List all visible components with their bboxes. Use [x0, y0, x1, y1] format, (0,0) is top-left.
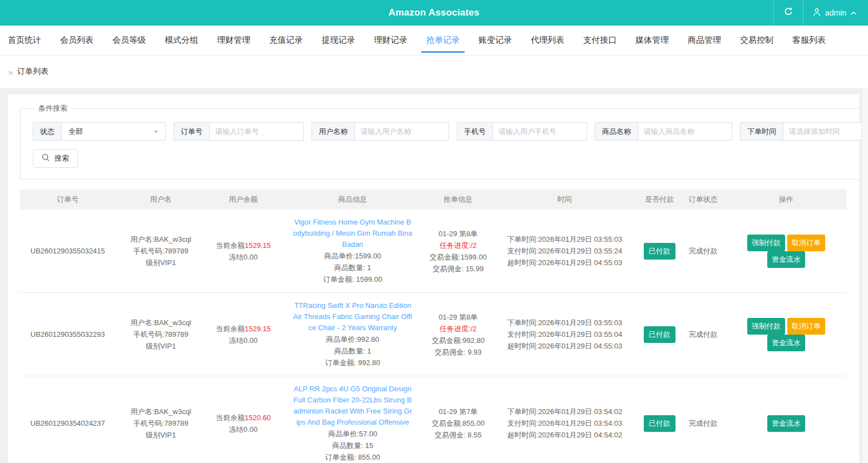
- nav-tab-5[interactable]: 理财管理: [217, 26, 250, 55]
- time-block: 下单时间:2026年01月29日 03:54:02支付时间:2026年01月29…: [507, 406, 623, 441]
- order-no-cell: UB2601290354024237: [20, 376, 115, 463]
- order-time-label: 下单时间: [740, 122, 783, 141]
- actions-cell: 强制付款取消订单资金流水: [726, 210, 847, 293]
- nav-tab-14[interactable]: 商品管理: [688, 26, 721, 55]
- nav-tab-1[interactable]: 首页统计: [8, 26, 41, 55]
- nav-tab-8[interactable]: 理财记录: [374, 26, 407, 55]
- nav-tab-2[interactable]: 会员列表: [60, 26, 93, 55]
- time-line: 支付时间:2026年01月29日 03:55:04: [507, 328, 623, 340]
- order-no-cell: UB2601290355032415: [20, 210, 115, 293]
- time-line: 支付时间:2026年01月29日 03:55:24: [507, 245, 623, 257]
- column-header: 时间: [491, 190, 638, 210]
- product-link[interactable]: TTRacing Swift X Pro Naruto Edition Air …: [293, 300, 413, 333]
- time-block: 下单时间:2026年01月29日 03:55:03支付时间:2026年01月29…: [507, 233, 623, 268]
- grab-info-cell: 01-29 第8单任务进度:/2交易金额:1599.00交易佣金: 15.99: [425, 210, 491, 293]
- actions-cell: 强制付款取消订单资金流水: [726, 293, 847, 376]
- order-time-filter: 下单时间: [740, 122, 868, 141]
- nav-tab-7[interactable]: 提现记录: [322, 26, 355, 55]
- time-line: 超时时间:2026年01月29日 04:55:03: [507, 340, 623, 352]
- status-selected-value: 全部: [68, 127, 83, 137]
- force-pay-button[interactable]: 强制付款: [747, 235, 785, 251]
- balance-value: 1529.15: [245, 241, 271, 250]
- nav-tab-11[interactable]: 代理列表: [531, 26, 564, 55]
- user-info-line: 级别VIP1: [117, 340, 204, 352]
- column-header: 用户余额: [206, 190, 280, 210]
- trade-amount-line: 交易金额:992.80: [427, 335, 489, 346]
- phone-filter: 手机号: [457, 122, 587, 141]
- grab-seq-line: 01-29 第8单: [427, 311, 489, 323]
- nav-tab-10[interactable]: 账变记录: [479, 26, 512, 55]
- order-status: 完成付款: [683, 328, 724, 340]
- trade-commission-line: 交易佣金: 9.93: [427, 346, 489, 358]
- search-button[interactable]: 搜索: [33, 149, 78, 168]
- paid-badge: 已付款: [644, 415, 675, 432]
- order-status-cell: 完成付款: [681, 210, 726, 293]
- user-info-line: 用户名:BAK_w3cql: [117, 233, 204, 245]
- time-line: 下单时间:2026年01月29日 03:55:03: [507, 233, 623, 245]
- actions-cell: 资金流水: [726, 376, 847, 463]
- nav-tab-12[interactable]: 支付接口: [583, 26, 617, 55]
- breadcrumb: » 订单列表: [0, 56, 868, 88]
- user-info-line: 用户名:BAK_w3cql: [117, 317, 204, 328]
- phone-input[interactable]: [492, 122, 587, 141]
- nav-tab-3[interactable]: 会员等级: [112, 26, 146, 55]
- fund-flow-button[interactable]: 资金流水: [767, 415, 805, 432]
- balance-line: 当前余额1520.60: [209, 412, 278, 424]
- nav-tab-4[interactable]: 模式分组: [165, 26, 198, 55]
- user-info-line: 手机号码:789789: [117, 245, 204, 257]
- chevron-up-icon: [850, 8, 857, 17]
- order-amount-line: 订单金额: 992.80: [283, 357, 423, 369]
- user-info-line: 级别VIP1: [117, 429, 204, 441]
- paid-status-cell: 已付款: [638, 293, 681, 376]
- product-link[interactable]: ALP RR 2pcs 4U G5 Original Design Full C…: [293, 384, 413, 428]
- nav-tab-9[interactable]: 抢单记录: [426, 26, 460, 55]
- nav-tab-13[interactable]: 媒体管理: [635, 26, 669, 55]
- product-link[interactable]: Vigor Fitness Home Gym Machine Bodybuild…: [293, 217, 413, 250]
- status-select[interactable]: 全部 ▼: [61, 122, 166, 141]
- fund-flow-button[interactable]: 资金流水: [767, 251, 805, 268]
- username-input[interactable]: [354, 122, 449, 141]
- app-title: Amazon Associates: [0, 0, 868, 26]
- product-name-filter: 商品名称: [595, 122, 732, 141]
- paid-badge: 已付款: [644, 243, 675, 260]
- header-actions: admin: [773, 0, 868, 26]
- grab-info-cell: 01-29 第7单交易金额:855.00交易佣金: 8.55: [425, 376, 491, 463]
- order-time-input[interactable]: [783, 122, 868, 141]
- paid-status-cell: 已付款: [638, 376, 681, 463]
- order-no: UB2601290355032293: [22, 328, 113, 340]
- product-name-input[interactable]: [638, 122, 732, 141]
- trade-commission-line: 交易佣金: 8.55: [427, 429, 489, 441]
- time-line: 支付时间:2026年01月29日 03:54:03: [507, 417, 623, 429]
- chevron-down-icon: ▼: [152, 129, 159, 135]
- product-qty-line: 商品数量: 1: [283, 345, 423, 357]
- refresh-button[interactable]: [773, 0, 803, 26]
- cancel-order-button[interactable]: 取消订单: [787, 318, 825, 335]
- table-row: UB2601290354024237用户名:BAK_w3cql手机号码:7897…: [20, 376, 847, 463]
- order-no-filter: 订单号: [174, 122, 304, 141]
- frozen-line: 冻结0.00: [209, 424, 278, 435]
- balance-label: 当前余额: [216, 325, 245, 333]
- user-menu[interactable]: admin: [803, 0, 868, 26]
- column-header: 商品信息: [280, 190, 425, 210]
- frozen-line: 冻结0.00: [209, 251, 278, 263]
- cancel-order-button[interactable]: 取消订单: [787, 235, 825, 251]
- nav-tab-16[interactable]: 客服列表: [792, 26, 826, 55]
- paid-status-cell: 已付款: [638, 210, 681, 293]
- user-cell: 用户名:BAK_w3cql手机号码:789789级别VIP1: [115, 376, 206, 463]
- vertical-scrollbar[interactable]: [861, 88, 868, 463]
- product-price-line: 商品单价:992.80: [283, 333, 423, 345]
- user-cell: 用户名:BAK_w3cql手机号码:789789级别VIP1: [115, 210, 206, 293]
- order-no: UB2601290354024237: [22, 417, 113, 429]
- time-line: 下单时间:2026年01月29日 03:54:02: [507, 406, 623, 417]
- balance-cell: 当前余额1520.60冻结0.00: [206, 376, 280, 463]
- column-header: 是否付款: [638, 190, 681, 210]
- force-pay-button[interactable]: 强制付款: [747, 318, 785, 335]
- nav-tab-15[interactable]: 交易控制: [740, 26, 773, 55]
- order-no-input[interactable]: [209, 122, 304, 141]
- balance-label: 当前余额: [216, 241, 245, 250]
- grab-info-cell: 01-29 第8单任务进度:/2交易金额:992.80交易佣金: 9.93: [425, 293, 491, 376]
- balance-value: 1520.60: [245, 414, 271, 422]
- fund-flow-button[interactable]: 资金流水: [767, 335, 805, 351]
- product-qty-line: 商品数量: 1: [283, 262, 423, 273]
- nav-tab-6[interactable]: 充值记录: [269, 26, 303, 55]
